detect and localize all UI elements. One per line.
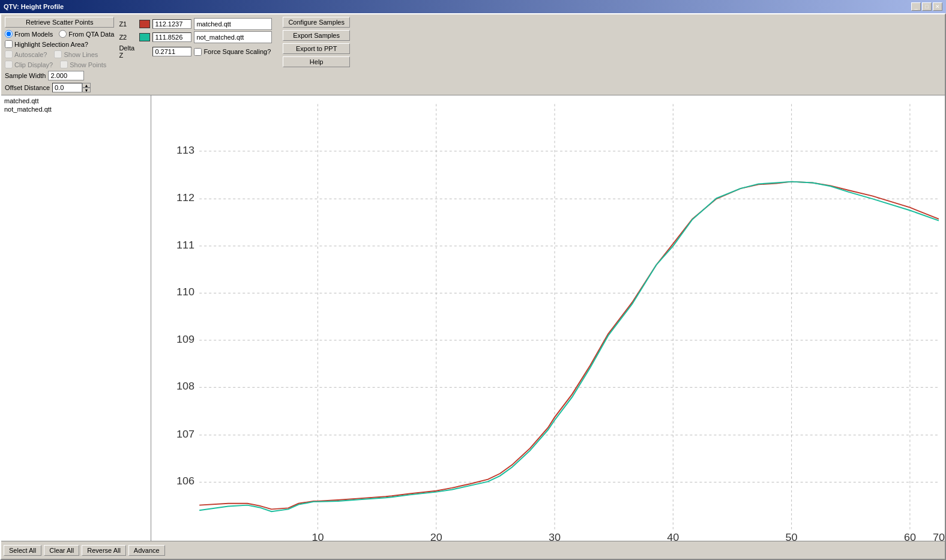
clear-all-button[interactable]: Clear All [44,545,79,556]
show-points-label[interactable]: Show Points [60,61,106,68]
content-area: matched.qtt not_matched.qtt [1,95,945,541]
highlight-selection-checkbox[interactable] [5,40,13,48]
spinner-up[interactable]: ▲ [82,83,91,88]
z2-label: Z2 [119,34,137,41]
svg-text:107: 107 [176,428,194,440]
export-ppt-button[interactable]: Export to PPT [283,43,350,54]
from-models-radio[interactable] [5,30,13,38]
minimize-button[interactable]: _ [911,2,921,11]
retrieve-scatter-points-button[interactable]: Retrieve Scatter Points [5,17,114,28]
delta-z-value: 0.2711 [152,47,191,56]
bottom-bar: Select All Clear All Reverse All Advance [1,541,945,559]
offset-distance-row: Offset Distance ▲ ▼ [5,83,114,92]
z2-color-box [139,33,150,41]
sidebar-item-not-matched[interactable]: not_matched.qtt [2,105,149,113]
close-button[interactable]: ✕ [933,2,942,11]
autoscale-checkbox[interactable] [5,50,13,58]
chart-svg: 106 107 108 109 110 111 112 113 10 20 [151,95,945,541]
z2-file-dropdown[interactable]: not_matched.qtt [194,31,272,43]
clip-display-checkbox[interactable] [5,61,13,68]
main-window: Retrieve Scatter Points From Models From… [0,13,946,560]
chart-area: 106 107 108 109 110 111 112 113 10 20 [151,95,945,541]
svg-text:110: 110 [176,286,194,298]
delta-z-row: Delta Z 0.2711 Force Square Scaling? [119,44,272,59]
svg-text:109: 109 [176,333,194,345]
svg-text:111: 111 [176,239,194,251]
z1-value: 112.1237 [152,19,191,29]
window-title: QTV: Height Profile [4,3,64,10]
z2-row: Z2 111.8526 not_matched.qtt [119,31,272,43]
show-lines-label[interactable]: Show Lines [54,50,98,58]
help-button[interactable]: Help [283,56,350,67]
z1-file-dropdown[interactable]: matched.qtt [194,18,272,30]
window-controls: _ □ ✕ [911,2,942,11]
svg-text:30: 30 [549,531,561,541]
export-samples-button[interactable]: Export Samples [283,30,350,41]
svg-text:60: 60 [904,531,916,541]
svg-text:10: 10 [312,531,324,541]
from-qta-radio[interactable] [59,30,67,38]
svg-text:108: 108 [176,381,194,393]
z1-color-box [139,20,150,28]
sidebar: matched.qtt not_matched.qtt [1,95,151,541]
advance-button[interactable]: Advance [128,545,165,556]
svg-text:112: 112 [176,192,194,204]
svg-rect-0 [151,95,945,541]
svg-text:113: 113 [176,144,194,156]
spinner-down[interactable]: ▼ [82,88,91,92]
sample-width-input[interactable] [48,71,84,80]
clip-display-label[interactable]: Clip Display? [5,61,53,68]
force-square-checkbox[interactable] [194,48,202,56]
configure-samples-button[interactable]: Configure Samples [283,17,350,28]
toolbar-left: Retrieve Scatter Points From Models From… [5,17,114,92]
radio-group: From Models From QTA Data [5,30,114,38]
maximize-button[interactable]: □ [922,2,932,11]
toolbar: Retrieve Scatter Points From Models From… [1,14,945,95]
delta-z-label: Delta Z [119,44,137,59]
svg-text:106: 106 [176,475,194,487]
autoscale-label[interactable]: Autoscale? [5,50,47,58]
offset-distance-input[interactable] [52,83,82,92]
svg-text:50: 50 [786,531,798,541]
options-checkboxes: Autoscale? Show Lines [5,50,114,58]
offset-distance-label: Offset Distance [5,84,50,91]
reverse-all-button[interactable]: Reverse All [82,545,126,556]
spinner-buttons: ▲ ▼ [82,83,91,92]
z-table: Z1 112.1237 matched.qtt Z2 111.8526 not_… [119,18,272,59]
svg-text:20: 20 [430,531,442,541]
z1-row: Z1 112.1237 matched.qtt [119,18,272,30]
force-square-label[interactable]: Force Square Scaling? [194,48,271,56]
show-lines-checkbox[interactable] [54,50,62,58]
svg-text:40: 40 [667,531,679,541]
offset-distance-spinner: ▲ ▼ [52,83,91,92]
svg-text:70: 70 [933,531,945,541]
sample-width-row: Sample Width [5,71,114,80]
z2-value: 111.8526 [152,32,191,42]
z1-label: Z1 [119,20,137,28]
show-points-checkbox[interactable] [60,61,68,68]
from-qta-radio-label[interactable]: From QTA Data [59,30,114,38]
title-bar: QTV: Height Profile _ □ ✕ [0,0,946,13]
select-all-button[interactable]: Select All [4,545,41,556]
sample-width-label: Sample Width [5,72,46,79]
sidebar-item-matched[interactable]: matched.qtt [2,97,149,105]
from-models-radio-label[interactable]: From Models [5,30,53,38]
options-checkboxes2: Clip Display? Show Points [5,61,114,68]
action-buttons: Configure Samples Export Samples Export … [283,17,350,67]
highlight-selection-label[interactable]: Highlight Selection Area? [5,40,114,48]
